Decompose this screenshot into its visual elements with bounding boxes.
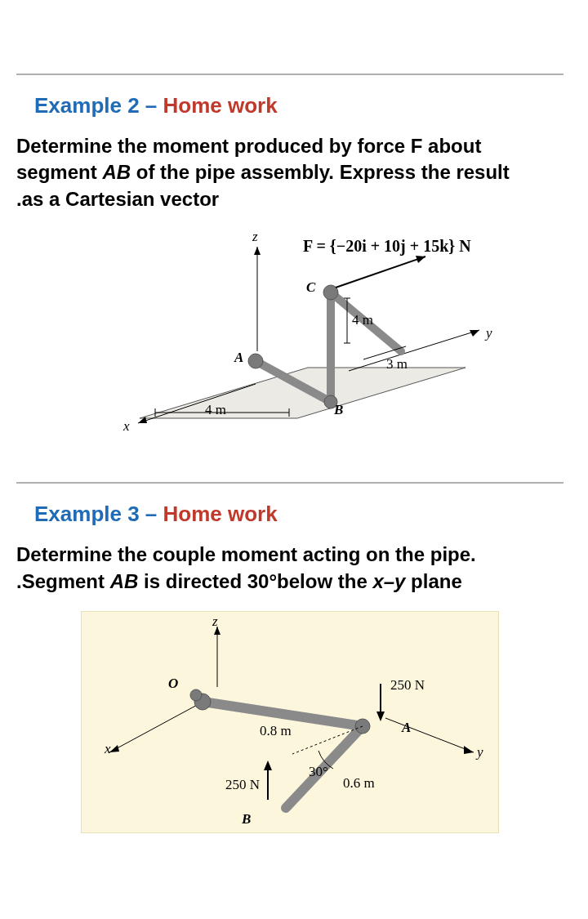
svg-line-19 — [336, 257, 425, 288]
dim-06m: 0.6 m — [343, 775, 375, 792]
point-B: B — [334, 402, 343, 418]
svg-line-2 — [349, 330, 479, 371]
svg-marker-35 — [264, 761, 272, 770]
divider-top — [16, 74, 564, 75]
dim-4m-vert: 4 m — [352, 312, 373, 328]
heading-2-prefix: Example 2 – — [34, 93, 163, 118]
svg-marker-24 — [464, 746, 474, 754]
axis-y-label-3: y — [477, 744, 483, 761]
axis-x-label: x — [123, 418, 130, 435]
svg-point-12 — [248, 354, 263, 368]
figure-example-2: z y x A B C 4 m 4 m 3 m F = {−20i + 10j … — [61, 229, 519, 457]
axis-x-label-3: x — [105, 741, 111, 757]
force-250-bot: 250 N — [225, 777, 260, 793]
svg-marker-33 — [376, 712, 385, 721]
prompt-example-3: Determine the couple moment acting on th… — [16, 542, 564, 595]
dim-4m-left: 4 m — [205, 402, 226, 418]
prompt-example-2: Determine the moment produced by force F… — [16, 133, 564, 212]
angle-30: 30° — [309, 764, 328, 780]
svg-point-30 — [190, 689, 202, 701]
axis-z-label-3: z — [212, 613, 218, 630]
svg-marker-5 — [254, 247, 261, 255]
svg-line-21 — [109, 703, 200, 752]
force-F-label: F = {−20i + 10j + 15k} N — [303, 237, 471, 256]
svg-line-23 — [385, 718, 474, 752]
heading-2-suffix: Home work — [163, 93, 278, 118]
svg-marker-20 — [416, 256, 425, 263]
heading-3-prefix: Example 3 – — [34, 502, 163, 526]
figure-example-3: z y x O A B 0.8 m 0.6 m 30° 250 N 250 N — [81, 611, 499, 833]
point-A-3: A — [402, 720, 411, 736]
dim-3m: 3 m — [386, 356, 408, 373]
heading-example-2: Example 2 – Home work — [34, 93, 564, 118]
point-B-3: B — [242, 811, 251, 828]
axis-y-label: y — [486, 325, 492, 341]
point-A: A — [234, 350, 243, 366]
point-C: C — [306, 279, 315, 296]
heading-3-suffix: Home work — [163, 502, 278, 526]
svg-marker-3 — [470, 330, 479, 337]
force-250-top: 250 N — [390, 677, 425, 694]
point-O: O — [168, 676, 178, 692]
dim-08m: 0.8 m — [260, 723, 292, 739]
divider-mid — [16, 482, 564, 484]
heading-example-3: Example 3 – Home work — [34, 502, 564, 527]
axis-z-label: z — [252, 229, 258, 245]
